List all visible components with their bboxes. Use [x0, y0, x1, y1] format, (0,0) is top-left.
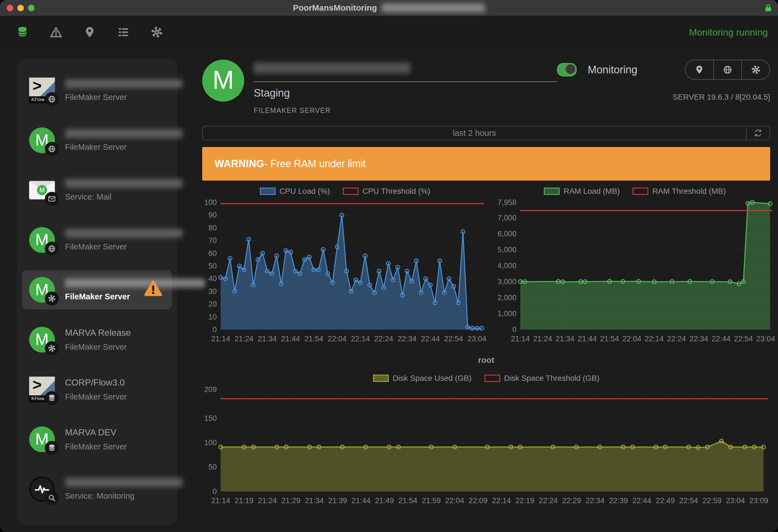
- svg-text:21:59: 21:59: [422, 497, 441, 505]
- servers-database-icon[interactable]: [12, 21, 33, 43]
- server-list-item[interactable]: M MARVA ReleaseFileMaker Server: [22, 320, 172, 359]
- redacted-server-name: [65, 79, 182, 88]
- disk-chart-legend: Disk Space Used (GB)Disk Space Threshold…: [202, 374, 770, 383]
- refresh-icon[interactable]: [746, 126, 770, 140]
- svg-text:21:14: 21:14: [211, 497, 230, 505]
- svg-text:22:24: 22:24: [374, 334, 393, 343]
- disk-volume-label: root: [202, 355, 770, 365]
- disk-chart: 21:1421:1921:2421:2921:3421:3921:4421:49…: [202, 385, 770, 509]
- warning-banner-message: - Free RAM under limit: [264, 158, 366, 170]
- svg-text:20: 20: [208, 300, 217, 308]
- server-subtitle: FileMaker Server: [65, 93, 165, 102]
- svg-text:100: 100: [204, 198, 217, 207]
- server-list-item[interactable]: >KFlow CORP/Flow3.0FileMaker Server: [22, 370, 172, 409]
- svg-text:100: 100: [204, 439, 217, 447]
- server-list-item[interactable]: M FileMaker Server: [22, 121, 172, 160]
- redacted-server-name: [65, 179, 182, 188]
- settings-gear-icon[interactable]: [146, 21, 167, 43]
- monitoring-toggle[interactable]: [557, 63, 577, 76]
- server-subtitle: FileMaker Server: [65, 442, 127, 451]
- server-subtitle: Service: Monitoring: [65, 491, 165, 501]
- cpu-chart: CPU Load (%)CPU Threshold (%) 21:1421:24…: [202, 187, 488, 347]
- svg-text:22:14: 22:14: [492, 497, 511, 505]
- svg-text:22:34: 22:34: [689, 334, 708, 343]
- svg-text:21:19: 21:19: [235, 497, 254, 505]
- server-version-label: SERVER 19.6.3 / 8[20.04.5]: [673, 93, 770, 102]
- svg-text:22:14: 22:14: [351, 334, 370, 343]
- svg-text:90: 90: [208, 211, 217, 219]
- list-icon[interactable]: [112, 21, 134, 43]
- redacted-server-name: [65, 478, 182, 487]
- svg-text:22:44: 22:44: [632, 497, 651, 505]
- server-avatar: M: [202, 60, 244, 102]
- server-name: MARVA DEV: [65, 427, 127, 438]
- globe-badge-icon: [45, 92, 59, 106]
- svg-text:4,000: 4,000: [497, 261, 517, 270]
- svg-text:22:54: 22:54: [679, 497, 698, 505]
- server-subtitle: FileMaker Server: [65, 143, 165, 152]
- server-name-field[interactable]: [254, 60, 557, 82]
- legend-item: CPU Threshold (%): [343, 187, 430, 196]
- svg-text:21:54: 21:54: [600, 334, 619, 343]
- svg-text:22:24: 22:24: [667, 334, 686, 343]
- server-type-label: FILEMAKER SERVER: [254, 106, 557, 115]
- locations-pin-icon[interactable]: [79, 21, 100, 43]
- monitoring-status-text: Monitoring running: [689, 27, 768, 38]
- svg-text:7,958: 7,958: [497, 198, 517, 207]
- db-badge-icon: [45, 391, 59, 405]
- legend-item: Disk Space Used (GB): [373, 374, 472, 383]
- svg-text:21:54: 21:54: [304, 334, 323, 343]
- ram-chart: RAM Load (MB)RAM Threshold (MB) 21:1421:…: [493, 187, 776, 347]
- warning-icon: [144, 279, 162, 298]
- redacted-window-subtitle: [381, 3, 485, 12]
- svg-text:21:14: 21:14: [211, 334, 230, 343]
- legend-item: CPU Load (%): [260, 187, 330, 196]
- globe-icon[interactable]: [713, 60, 742, 79]
- globe-badge-icon: [45, 142, 59, 156]
- svg-text:22:14: 22:14: [645, 334, 664, 343]
- server-list-item[interactable]: M MARVA DEVFileMaker Server: [22, 420, 172, 459]
- svg-text:22:24: 22:24: [539, 497, 558, 505]
- environment-label: Staging: [254, 87, 557, 99]
- svg-text:209: 209: [204, 385, 217, 394]
- svg-text:22:39: 22:39: [609, 497, 628, 505]
- svg-text:5,000: 5,000: [497, 245, 517, 254]
- gear-badge-icon: [45, 292, 59, 305]
- svg-text:21:34: 21:34: [305, 497, 324, 505]
- titlebar: PoorMansMonitoring: [0, 0, 778, 16]
- redacted-server-name: [65, 229, 182, 238]
- server-list-item[interactable]: M Service: Mail: [22, 170, 172, 210]
- server-list-item[interactable]: Service: Monitoring: [22, 470, 172, 509]
- svg-text:21:24: 21:24: [533, 334, 552, 343]
- server-list-item[interactable]: M FileMaker Server: [22, 220, 172, 259]
- time-range-selector[interactable]: last 2 hours: [202, 126, 770, 140]
- svg-text:50: 50: [208, 262, 217, 270]
- location-pin-icon[interactable]: [686, 60, 713, 79]
- warnings-icon[interactable]: [46, 21, 67, 43]
- server-subtitle: FileMaker Server: [65, 242, 165, 251]
- settings-gear-icon[interactable]: [741, 60, 770, 79]
- svg-text:21:29: 21:29: [282, 497, 301, 505]
- svg-text:21:24: 21:24: [234, 334, 253, 343]
- svg-text:21:44: 21:44: [281, 334, 300, 343]
- svg-text:22:04: 22:04: [328, 334, 347, 343]
- svg-text:2,000: 2,000: [497, 293, 517, 302]
- legend-item: Disk Space Threshold (GB): [484, 374, 599, 383]
- server-list-item[interactable]: M FileMaker Server: [22, 270, 172, 309]
- svg-text:22:29: 22:29: [562, 497, 581, 505]
- svg-text:22:19: 22:19: [515, 497, 534, 505]
- svg-text:1,000: 1,000: [497, 309, 517, 318]
- svg-text:21:34: 21:34: [556, 334, 575, 343]
- svg-text:60: 60: [208, 249, 217, 257]
- svg-text:6,000: 6,000: [497, 230, 517, 238]
- svg-text:10: 10: [208, 313, 217, 321]
- server-detail-panel: M Staging FILEMAKER SERVER Monitoring: [177, 49, 778, 532]
- svg-text:22:04: 22:04: [445, 497, 464, 505]
- svg-text:21:54: 21:54: [398, 497, 417, 505]
- svg-text:40: 40: [208, 275, 217, 283]
- server-list-item[interactable]: >KFlow FileMaker Server: [22, 71, 172, 110]
- svg-text:23:04: 23:04: [756, 334, 775, 343]
- svg-text:23:04: 23:04: [726, 497, 745, 505]
- header-action-buttons: [685, 60, 770, 80]
- svg-text:21:39: 21:39: [328, 497, 347, 505]
